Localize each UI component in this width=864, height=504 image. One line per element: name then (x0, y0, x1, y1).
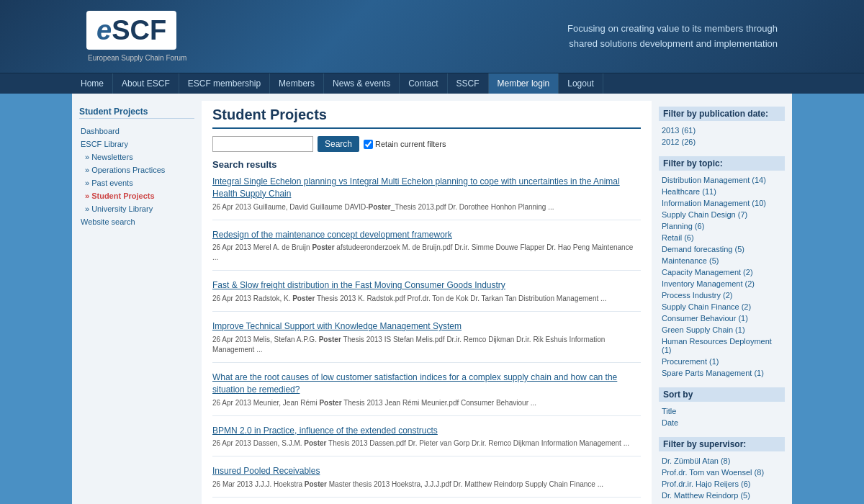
result-title[interactable]: Fast & Slow freight distribution in the … (212, 279, 641, 292)
filter-date-2012[interactable]: 2012 (26) (659, 136, 785, 148)
filter-topic-hr[interactable]: Human Resources Deployment (1) (659, 336, 785, 356)
sidebar-item-past-events[interactable]: » Past events (79, 176, 194, 189)
nav-sscf[interactable]: SSCF (448, 73, 489, 94)
sidebar-title: Student Projects (79, 107, 194, 119)
sort-by-title-link[interactable]: Title (659, 405, 785, 417)
filter-topic-inventory[interactable]: Inventory Management (2) (659, 278, 785, 289)
filter-supervisor-vanwoensel[interactable]: Prof.dr. Tom van Woensel (8) (659, 467, 785, 478)
result-title[interactable]: Improve Technical Support with Knowledge… (212, 320, 641, 333)
nav-bar: Home About ESCF ESCF membership Members … (0, 73, 864, 94)
filter-topic-planning[interactable]: Planning (6) (659, 220, 785, 232)
filter-supervisor-section: Filter by supervisor: Dr. Zümbül Atan (8… (659, 437, 785, 504)
filter-date-2013[interactable]: 2013 (61) (659, 125, 785, 136)
result-meta: 26 Apr 2013 Melis, Stefan A.P.G. Poster … (212, 335, 641, 355)
filter-topic-retail[interactable]: Retail (6) (659, 232, 785, 243)
nav-news[interactable]: News & events (324, 73, 400, 94)
nav-contact[interactable]: Contact (400, 73, 447, 94)
result-meta: 26 Mar 2013 J.J.J. Hoekstra Poster Maste… (212, 480, 641, 490)
filter-supervisor-reijers[interactable]: Prof.dr.ir. Hajo Reijers (6) (659, 478, 785, 490)
filter-supervisor-atan[interactable]: Dr. Zümbül Atan (8) (659, 455, 785, 467)
retain-label[interactable]: Retain current filters (364, 140, 446, 149)
filter-topic-distribution[interactable]: Distribution Management (14) (659, 174, 785, 186)
logo-tagline: European Supply Chain Forum (86, 54, 186, 62)
result-item: Improve Technical Support with Knowledge… (212, 320, 641, 363)
results-list: Integral Single Echelon planning vs Inte… (212, 176, 641, 504)
sidebar-item-library[interactable]: ESCF Library (79, 138, 194, 150)
filter-date-section: Filter by publication date: 2013 (61) 20… (659, 107, 785, 148)
nav-about[interactable]: About ESCF (113, 73, 179, 94)
retain-checkbox[interactable] (364, 140, 373, 149)
filter-topic-procurement[interactable]: Procurement (1) (659, 356, 785, 367)
sidebar-item-dashboard[interactable]: Dashboard (79, 125, 194, 138)
filter-supervisor-vanooijen[interactable]: Dr.ir. Henry van Ooijen (5) (659, 501, 785, 504)
search-results-label: Search results (212, 159, 641, 170)
logo-area: eSCF European Supply Chain Forum (86, 11, 186, 62)
nav-member-login[interactable]: Member login (489, 73, 559, 94)
nav-inner: Home About ESCF ESCF membership Members … (72, 73, 792, 94)
filter-topic-capacity[interactable]: Capacity Management (2) (659, 266, 785, 278)
filter-topic-consumer[interactable]: Consumer Behaviour (1) (659, 312, 785, 324)
result-title[interactable]: BPMN 2.0 in Practice, influence of the e… (212, 425, 641, 437)
filter-supervisor-reindorp[interactable]: Dr. Matthew Reindorp (5) (659, 490, 785, 501)
result-item: Integral Single Echelon planning vs Inte… (212, 176, 641, 220)
header: eSCF European Supply Chain Forum Focusin… (72, 0, 792, 73)
right-panel: Filter by publication date: 2013 (61) 20… (652, 101, 792, 504)
sidebar: Student Projects Dashboard ESCF Library … (72, 101, 202, 504)
content-area: Student Projects Dashboard ESCF Library … (72, 101, 792, 504)
result-item: BPMN 2.0 in Practice, influence of the e… (212, 425, 641, 457)
result-title[interactable]: Redesign of the maintenance concept deve… (212, 229, 641, 241)
nav-home[interactable]: Home (72, 73, 113, 94)
result-meta: 26 Apr 2013 Merel A. de Bruijn Poster af… (212, 243, 641, 263)
filter-topic-information[interactable]: Information Management (10) (659, 197, 785, 209)
filter-topic-healthcare[interactable]: Healthcare (11) (659, 186, 785, 197)
result-title[interactable]: Insured Pooled Receivables (212, 465, 641, 477)
center-content: Student Projects Search Retain current f… (202, 101, 652, 504)
result-meta: 26 Apr 2013 Meunier, Jean Rémi Poster Th… (212, 398, 641, 408)
sidebar-item-university-library[interactable]: » University Library (79, 202, 194, 215)
result-title[interactable]: Integral Single Echelon planning vs Inte… (212, 176, 641, 200)
page-title: Student Projects (212, 107, 641, 129)
search-input[interactable] (212, 136, 313, 152)
result-item: Redesign of the maintenance concept deve… (212, 229, 641, 271)
logo-box: eSCF (86, 11, 176, 50)
filter-topic-maintenance[interactable]: Maintenance (5) (659, 255, 785, 266)
filter-topic-scfinance[interactable]: Supply Chain Finance (2) (659, 301, 785, 312)
sidebar-item-website-search[interactable]: Website search (79, 215, 194, 228)
filter-supervisor-title: Filter by supervisor: (659, 437, 785, 451)
filter-topic-title: Filter by topic: (659, 156, 785, 171)
filter-date-title: Filter by publication date: (659, 107, 785, 121)
result-item: Insured Pooled Receivables 26 Mar 2013 J… (212, 465, 641, 498)
result-item: What are the root causes of low customer… (212, 372, 641, 416)
main-wrapper: Student Projects Dashboard ESCF Library … (72, 94, 792, 504)
filter-topic-spare-parts[interactable]: Spare Parts Management (1) (659, 367, 785, 379)
filter-topic-section: Filter by topic: Distribution Management… (659, 156, 785, 379)
nav-members[interactable]: Members (270, 73, 324, 94)
sidebar-item-operations[interactable]: » Operations Practices (79, 163, 194, 176)
header-slogan: Focusing on creating value to its member… (567, 22, 778, 52)
sidebar-item-student-projects[interactable]: » Student Projects (79, 189, 194, 202)
search-button[interactable]: Search (318, 136, 359, 152)
logo-text: eSCF (96, 17, 166, 44)
result-meta: 26 Apr 2013 Guillaume, David Guillaume D… (212, 202, 641, 212)
result-meta: 26 Apr 2013 Dassen, S.J.M. Poster Thesis… (212, 438, 641, 449)
result-meta: 26 Apr 2013 Radstok, K. Poster Thesis 20… (212, 294, 641, 304)
header-wrapper: eSCF European Supply Chain Forum Focusin… (0, 0, 864, 73)
sort-by-section: Sort by Title Date (659, 387, 785, 428)
filter-topic-process[interactable]: Process Industry (2) (659, 289, 785, 301)
nav-membership[interactable]: ESCF membership (179, 73, 270, 94)
result-item: Fast & Slow freight distribution in the … (212, 279, 641, 312)
sort-by-title: Sort by (659, 387, 785, 402)
sort-by-date-link[interactable]: Date (659, 417, 785, 428)
filter-topic-supply-chain-design[interactable]: Supply Chain Design (7) (659, 209, 785, 220)
filter-topic-green[interactable]: Green Supply Chain (1) (659, 324, 785, 336)
sidebar-item-newsletters[interactable]: » Newsletters (79, 150, 194, 163)
nav-logout[interactable]: Logout (559, 73, 603, 94)
result-title[interactable]: What are the root causes of low customer… (212, 372, 641, 396)
filter-topic-demand[interactable]: Demand forecasting (5) (659, 243, 785, 255)
search-bar: Search Retain current filters (212, 136, 641, 152)
